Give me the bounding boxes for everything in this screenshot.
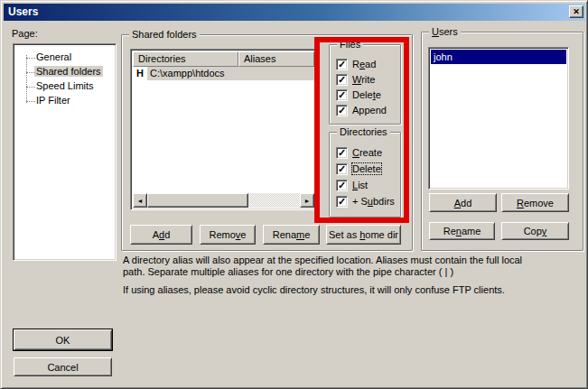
shared-folders-group-label: Shared folders [129, 29, 200, 40]
checkbox-label: Read [352, 59, 376, 69]
directories-list[interactable]: Directories Aliases H C:\xampp\htdocs ◄ … [130, 49, 317, 210]
users-list[interactable]: john [428, 47, 569, 190]
directory-row[interactable]: H C:\xampp\htdocs [133, 67, 314, 80]
label-pre: R [352, 59, 359, 69]
label-accel: W [352, 74, 361, 85]
checkbox-files-write[interactable]: ✓ Write [336, 73, 375, 86]
add-directory-button[interactable]: Add [130, 225, 192, 245]
label-pre: Delete [352, 163, 381, 174]
scroll-right-icon: ► [304, 198, 311, 204]
cancel-button[interactable]: Cancel [14, 357, 112, 376]
checkbox-box[interactable]: ✓ [336, 196, 348, 208]
check-icon: ✓ [338, 181, 346, 190]
checkbox-dirs-list[interactable]: ✓ List [336, 179, 368, 191]
tree-item-speed-limits[interactable]: Speed Limits [36, 79, 94, 94]
scrollbar-thumb[interactable] [147, 193, 248, 208]
label-post: d [164, 229, 170, 240]
checkbox-dirs-create[interactable]: ✓ Create [336, 146, 382, 159]
label-post: e [240, 229, 246, 240]
ok-button[interactable]: OK [14, 329, 112, 350]
label-accel: A [454, 198, 461, 208]
label-accel: m [296, 229, 304, 240]
label-post: bdirs [373, 196, 395, 207]
checkbox-label: Delete [352, 89, 381, 100]
set-as-home-dir-button[interactable]: Set as home dir [326, 225, 401, 245]
users-dialog: Users ✕ Page: General Shared folders Spe… [0, 0, 588, 389]
label-post: ome dir [365, 229, 398, 240]
tree-line [26, 55, 27, 103]
button-label: Add [454, 198, 472, 208]
checkbox-dirs-delete[interactable]: ✓ Delete [336, 162, 381, 175]
label-post: dd [461, 198, 471, 208]
checkbox-box[interactable]: ✓ [336, 74, 348, 86]
button-label: Set as home dir [329, 229, 398, 240]
page-tree[interactable]: General Shared folders Speed Limits IP F… [13, 43, 117, 261]
checkbox-box[interactable]: ✓ [336, 163, 348, 175]
label-post: reate [359, 147, 382, 158]
label-accel: R [517, 198, 524, 208]
help-line: path. Separate multiple aliases for one … [123, 266, 522, 278]
label-post: ist [358, 180, 368, 190]
label-pre: Re [443, 226, 456, 236]
column-header-aliases[interactable]: Aliases [238, 51, 314, 67]
label-pre: Remo [210, 229, 236, 240]
check-icon: ✓ [338, 90, 346, 99]
scroll-right-button[interactable]: ► [300, 193, 314, 208]
label-post: rite [361, 74, 375, 85]
label-pre: Set as [329, 229, 359, 240]
checkbox-label-focused: Delete [352, 163, 381, 174]
tree-item-ip-filter[interactable]: IP Filter [36, 94, 70, 108]
tree-item-label: Speed Limits [36, 80, 94, 91]
directories-group: Directories ✓ Create ✓ Delete ✓ List ✓ +… [329, 132, 401, 218]
checkbox-box[interactable]: ✓ [336, 180, 348, 191]
column-header-directories[interactable]: Directories [133, 51, 238, 67]
checkbox-box[interactable]: ✓ [336, 147, 348, 159]
label-post: emove [524, 198, 554, 208]
button-label: Rename [273, 229, 311, 240]
list-header: Directories Aliases [133, 51, 314, 67]
checkbox-dirs-subdirs[interactable]: ✓ + Subdirs [336, 195, 395, 208]
checkbox-box[interactable]: ✓ [336, 59, 348, 70]
remove-directory-button[interactable]: Remove [200, 225, 256, 245]
checkbox-files-append[interactable]: ✓ Append [336, 104, 387, 116]
button-label: Add [153, 229, 171, 240]
rename-user-button[interactable]: Rename [429, 222, 495, 240]
close-icon: ✕ [573, 8, 580, 16]
tree-item-general[interactable]: General [36, 51, 71, 65]
label-pre: Dele [352, 89, 373, 100]
window-title: Users [8, 5, 38, 18]
tree-item-label: IP Filter [36, 95, 70, 106]
checkbox-files-read[interactable]: ✓ Read [336, 58, 376, 70]
tree-item-shared-folders[interactable]: Shared folders [36, 65, 103, 79]
button-label: Remove [210, 229, 247, 240]
label-post: sers [439, 26, 458, 37]
files-group-label: Files [337, 39, 363, 50]
label-pre: Cop [524, 226, 542, 236]
title-bar[interactable]: Users [4, 4, 585, 21]
page-label: Page: [12, 28, 38, 39]
users-group-label: Users [429, 26, 461, 37]
horizontal-scrollbar[interactable]: ◄ ► [133, 193, 314, 208]
check-icon: ✓ [338, 60, 346, 69]
user-list-item[interactable]: john [431, 50, 566, 64]
checkbox-files-delete[interactable]: ✓ Delete [336, 88, 381, 101]
button-label: Copy [524, 226, 547, 236]
button-label: Rename [443, 226, 481, 236]
tree-item-label: General [36, 51, 71, 62]
remove-user-button[interactable]: Remove [501, 193, 569, 212]
check-icon: ✓ [338, 106, 346, 115]
label-pre: Rena [273, 229, 296, 240]
directory-path: C:\xampp\htdocs [147, 67, 314, 80]
copy-user-button[interactable]: Copy [501, 222, 569, 240]
help-line: A directory alias will also appear at th… [123, 255, 522, 266]
add-user-button[interactable]: Add [429, 193, 497, 212]
label-post: e [304, 229, 310, 240]
rename-directory-button[interactable]: Rename [263, 225, 320, 245]
close-button[interactable]: ✕ [569, 5, 583, 18]
check-icon: ✓ [338, 164, 346, 173]
checkbox-box[interactable]: ✓ [336, 105, 348, 116]
label-post: ame [462, 226, 481, 236]
checkbox-label: + Subdirs [352, 196, 395, 207]
checkbox-box[interactable]: ✓ [336, 89, 348, 101]
scroll-left-button[interactable]: ◄ [133, 193, 147, 208]
